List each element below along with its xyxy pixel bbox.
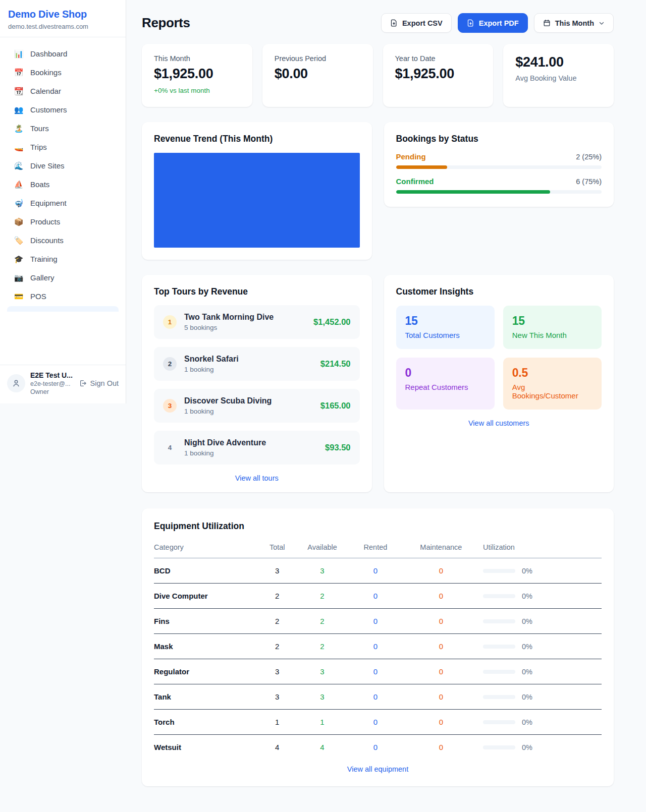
sign-out-label: Sign Out <box>90 379 119 387</box>
cell-total: 4 <box>262 735 293 756</box>
progress-track <box>396 190 602 194</box>
cell-maintenance: 0 <box>399 659 483 684</box>
utilization-track <box>483 670 515 674</box>
sidebar-item-dive-sites[interactable]: 🌊 Dive Sites <box>7 156 119 175</box>
calendar-outline-icon <box>543 19 551 27</box>
tour-name: Two Tank Morning Dive <box>184 313 306 322</box>
cell-total: 3 <box>262 558 293 584</box>
tour-row-4[interactable]: 4 Night Dive Adventure 1 booking $93.50 <box>154 431 360 465</box>
col-rented: Rented <box>352 539 399 558</box>
cell-available: 2 <box>293 634 352 659</box>
cell-rented: 0 <box>352 634 399 659</box>
cell-utilization: 0% <box>483 609 602 634</box>
rank-badge: 4 <box>163 441 177 454</box>
sidebar-item-calendar[interactable]: 📆 Calendar <box>7 82 119 100</box>
tile-avg-bookings: 0.5 Avg Bookings/Customer <box>503 358 602 410</box>
island-icon: 🏝️ <box>14 125 24 132</box>
equipment-utilization-title: Equipment Utilization <box>154 521 602 532</box>
view-all-customers-link[interactable]: View all customers <box>396 419 602 427</box>
status-row-pending: Pending 2 (25%) <box>396 152 602 169</box>
rank-badge: 3 <box>163 399 177 413</box>
tile-value: 0.5 <box>512 366 593 380</box>
sidebar-item-bookings[interactable]: 📅 Bookings <box>7 63 119 82</box>
tile-value: 0 <box>405 366 486 380</box>
cell-available: 1 <box>293 710 352 735</box>
progress-fill <box>396 165 448 169</box>
user-name: E2E Test U... <box>30 371 74 379</box>
sidebar-item-label: Dashboard <box>30 49 67 58</box>
cell-utilization: 0% <box>483 558 602 584</box>
cell-utilization: 0% <box>483 684 602 710</box>
cell-rented: 0 <box>352 710 399 735</box>
sidebar-item-reports-partial[interactable] <box>7 306 119 312</box>
credit-card-icon: 💳 <box>14 293 24 300</box>
utilization-percent: 0% <box>522 617 532 625</box>
view-all-equipment-link[interactable]: View all equipment <box>154 765 602 773</box>
sidebar-item-label: Boats <box>30 180 49 189</box>
cell-rented: 0 <box>352 684 399 710</box>
tile-label: Total Customers <box>405 331 486 339</box>
period-label: This Month <box>555 19 594 27</box>
sidebar-item-discounts[interactable]: 🏷️ Discounts <box>7 231 119 250</box>
utilization-track <box>483 720 515 724</box>
cell-utilization: 0% <box>483 659 602 684</box>
view-all-tours-link[interactable]: View all tours <box>154 474 360 482</box>
tile-repeat-customers: 0 Repeat Customers <box>396 358 495 410</box>
utilization-percent: 0% <box>522 718 532 726</box>
utilization-percent: 0% <box>522 567 532 575</box>
sidebar-item-pos[interactable]: 💳 POS <box>7 287 119 306</box>
tour-bookings: 1 booking <box>184 449 317 457</box>
sidebar-item-boats[interactable]: ⛵ Boats <box>7 175 119 194</box>
cell-category: Mask <box>154 634 262 659</box>
cell-total: 2 <box>262 634 293 659</box>
stat-value: $1,925.00 <box>395 66 481 82</box>
tag-icon: 🏷️ <box>14 237 24 244</box>
tour-row-3[interactable]: 3 Discover Scuba Diving 1 booking $165.0… <box>154 389 360 423</box>
cell-category: BCD <box>154 558 262 584</box>
cell-rented: 0 <box>352 659 399 684</box>
sign-out-button[interactable]: Sign Out <box>79 379 119 387</box>
tear-calendar-icon: 📆 <box>14 87 24 95</box>
tile-value: 15 <box>512 314 593 328</box>
cell-total: 3 <box>262 659 293 684</box>
export-csv-button[interactable]: Export CSV <box>381 13 452 33</box>
sidebar-item-customers[interactable]: 👥 Customers <box>7 100 119 119</box>
tour-row-2[interactable]: 2 Snorkel Safari 1 booking $214.50 <box>154 347 360 381</box>
top-tours-title: Top Tours by Revenue <box>154 286 360 297</box>
cell-total: 1 <box>262 710 293 735</box>
package-icon: 📦 <box>14 218 24 225</box>
page-title: Reports <box>142 15 190 31</box>
cell-rented: 0 <box>352 735 399 756</box>
sidebar-item-tours[interactable]: 🏝️ Tours <box>7 119 119 138</box>
tour-name: Snorkel Safari <box>184 355 313 364</box>
equipment-utilization-card: Equipment Utilization Category Total Ava… <box>142 508 614 786</box>
sidebar-item-label: Trips <box>30 143 47 151</box>
col-available: Available <box>293 539 352 558</box>
sidebar-item-dashboard[interactable]: 📊 Dashboard <box>7 44 119 63</box>
cell-utilization: 0% <box>483 634 602 659</box>
cell-rented: 0 <box>352 558 399 584</box>
sidebar-item-gallery[interactable]: 📷 Gallery <box>7 268 119 287</box>
sidebar-nav: 📊 Dashboard 📅 Bookings 📆 Calendar 👥 Cust… <box>0 37 126 365</box>
cell-total: 3 <box>262 684 293 710</box>
col-utilization: Utilization <box>483 539 602 558</box>
tour-name: Night Dive Adventure <box>184 438 317 447</box>
sidebar-item-products[interactable]: 📦 Products <box>7 212 119 231</box>
bookings-by-status-title: Bookings by Status <box>396 134 602 144</box>
sidebar-item-trips[interactable]: 🚤 Trips <box>7 138 119 156</box>
utilization-track <box>483 745 515 749</box>
export-pdf-button[interactable]: Export PDF <box>458 13 528 33</box>
insights-row: Top Tours by Revenue 1 Two Tank Morning … <box>142 275 614 492</box>
sidebar-item-training[interactable]: 🎓 Training <box>7 250 119 268</box>
tour-row-1[interactable]: 1 Two Tank Morning Dive 5 bookings $1,45… <box>154 305 360 339</box>
table-header-row: Category Total Available Rented Maintena… <box>154 539 602 558</box>
tour-bookings: 5 bookings <box>184 324 306 331</box>
sidebar-item-label: Discounts <box>30 236 64 245</box>
cell-category: Regulator <box>154 659 262 684</box>
cell-available: 2 <box>293 584 352 609</box>
sidebar-item-equipment[interactable]: 🤿 Equipment <box>7 194 119 212</box>
stat-card-year-to-date: Year to Date $1,925.00 <box>383 44 494 107</box>
tile-total-customers: 15 Total Customers <box>396 306 495 349</box>
customer-insights-title: Customer Insights <box>396 286 602 297</box>
period-dropdown[interactable]: This Month <box>534 13 614 33</box>
